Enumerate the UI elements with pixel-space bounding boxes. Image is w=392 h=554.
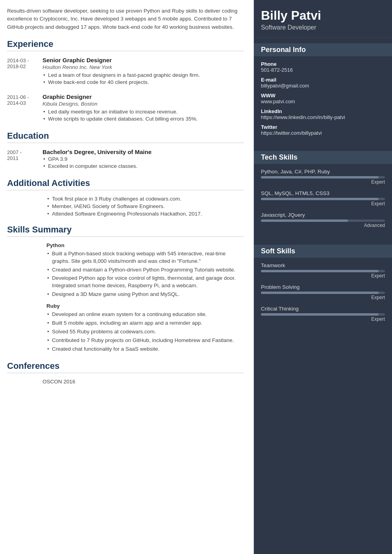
candidate-name: Billy Patvi: [261, 9, 385, 22]
list-item: Developed an online exam system for a co…: [46, 311, 244, 318]
experience-section: Experience 2014-03 -2018-02 Senior Graph…: [7, 39, 244, 123]
degree-bullets: GPA 3.9 Excelled in computer science cla…: [43, 156, 244, 169]
additional-title: Additional Activities: [7, 178, 244, 190]
degree-title: Bachelor's Degree, University of Maine: [43, 149, 244, 155]
job-bullets: Led daily meetings for an initiative to …: [43, 109, 244, 122]
skill-level: Expert: [261, 201, 385, 206]
job-title: Graphic Designer: [43, 93, 244, 100]
list-item: Solved 55 Ruby problems at codewars.com.: [46, 328, 244, 336]
job-subtitle: Kibula Designs, Boston: [43, 101, 244, 107]
skill-bar-fill: [261, 270, 379, 272]
personal-info-title: Personal Info: [254, 43, 392, 56]
list-item: Contributed to 7 Ruby projects on GitHub…: [46, 337, 244, 344]
skill-javascript: Javascript, JQuery Advanced: [261, 212, 385, 228]
skill-bar-container: [261, 219, 385, 222]
skill-name: Teamwork: [261, 262, 385, 268]
www-label: WWW: [261, 93, 385, 99]
list-item: Led a team of four designers in a fast-p…: [43, 72, 244, 78]
skills-summary-title: Skills Summary: [7, 225, 244, 237]
soft-skills-section: Soft Skills Teamwork Expert Problem Solv…: [254, 239, 392, 333]
list-item: Attended Software Engineering Profession…: [46, 211, 244, 217]
list-item: Developed Python app for voice control o…: [46, 275, 244, 290]
table-row: OSCON 2016: [7, 379, 244, 385]
skill-bar-fill: [261, 176, 379, 178]
list-item: Created and maintain a Python-driven Pyt…: [46, 266, 244, 274]
entry-content: Bachelor's Degree, University of Maine G…: [43, 149, 244, 170]
phone-label: Phone: [261, 61, 385, 67]
skill-bar-fill: [261, 313, 379, 316]
skill-bar-container: [261, 292, 385, 294]
twitter-label: Twitter: [261, 124, 385, 130]
list-item: Member, IAENG Society of Software Engine…: [46, 203, 244, 209]
personal-info-section: Personal Info Phone 501-872-2516 E-mail …: [254, 38, 392, 145]
soft-skills-title: Soft Skills: [254, 245, 392, 258]
ruby-bullets: Developed an online exam system for a co…: [46, 311, 244, 353]
python-label: Python: [46, 242, 244, 248]
candidate-title: Software Developer: [261, 24, 385, 31]
skill-bar-container: [261, 198, 385, 200]
list-item: Took first place in 3 Ruby challenges at…: [46, 196, 244, 202]
list-item: Built 5 mobile apps, including an alarm …: [46, 320, 244, 327]
entry-date: 2014-03 -2018-02: [7, 57, 43, 86]
skill-name: SQL, MySQL, HTML5, CSS3: [261, 190, 385, 196]
twitter-value: https://twitter.com/billypatvi: [261, 130, 385, 136]
skill-level: Expert: [261, 316, 385, 322]
entry-date: 2007 -2011: [7, 149, 43, 170]
summary-text: Results-driven software developer, seeki…: [7, 7, 244, 31]
list-item: GPA 3.9: [43, 156, 244, 162]
linkedin-label: LinkedIn: [261, 108, 385, 114]
skill-name: Javascript, JQuery: [261, 212, 385, 218]
job-subtitle: Houlton Renno Inc. New York: [43, 64, 244, 70]
skill-name: Python, Java, C#, PHP, Ruby: [261, 169, 385, 175]
skill-name: Critical Thinking: [261, 306, 385, 312]
left-column: Results-driven software developer, seeki…: [0, 0, 254, 554]
list-item: Designed a 3D Maze game using Python and…: [46, 291, 244, 298]
job-title: Senior Graphic Designer: [43, 57, 244, 63]
list-item: Built a Python-based stock tracking weba…: [46, 250, 244, 265]
entry-date: 2011-06 -2014-03: [7, 93, 43, 123]
skills-summary-section: Skills Summary Python Built a Python-bas…: [7, 225, 244, 353]
skill-problem-solving: Problem Solving Expert: [261, 284, 385, 300]
twitter-block: Twitter https://twitter.com/billypatvi: [261, 124, 385, 136]
skill-bar-fill: [261, 292, 379, 294]
list-item: Wrote scripts to update client databases…: [43, 116, 244, 122]
email-label: E-mail: [261, 77, 385, 83]
linkedin-block: LinkedIn https://www.linkedin.com/in/bil…: [261, 108, 385, 120]
skill-bar-fill: [261, 219, 348, 222]
entry-content: Senior Graphic Designer Houlton Renno In…: [43, 57, 244, 86]
job-bullets: Led a team of four designers in a fast-p…: [43, 72, 244, 85]
table-row: 2007 -2011 Bachelor's Degree, University…: [7, 149, 244, 170]
skill-level: Expert: [261, 179, 385, 185]
table-row: 2014-03 -2018-02 Senior Graphic Designer…: [7, 57, 244, 86]
tech-skills-section: Tech Skills Python, Java, C#, PHP, Ruby …: [254, 145, 392, 239]
additional-section: Additional Activities Took first place i…: [7, 178, 244, 217]
conference-name: OSCON 2016: [43, 379, 75, 385]
ruby-skills: Ruby Developed an online exam system for…: [7, 303, 244, 353]
conferences-section: Conferences OSCON 2016: [7, 361, 244, 385]
skill-bar-container: [261, 313, 385, 316]
skill-level: Expert: [261, 295, 385, 300]
list-item: Led daily meetings for an initiative to …: [43, 109, 244, 115]
education-title: Education: [7, 131, 244, 143]
ruby-label: Ruby: [46, 303, 244, 309]
list-item: Wrote back-end code for 40 client projec…: [43, 79, 244, 85]
conferences-title: Conferences: [7, 361, 244, 373]
www-block: WWW www.patvi.com: [261, 93, 385, 104]
www-value: www.patvi.com: [261, 99, 385, 104]
tech-skills-title: Tech Skills: [254, 151, 392, 164]
skill-critical-thinking: Critical Thinking Expert: [261, 306, 385, 322]
linkedin-value: https://www.linkedin.com/in/billy-patvi: [261, 114, 385, 120]
phone-block: Phone 501-872-2516: [261, 61, 385, 73]
skill-bar-fill: [261, 198, 379, 200]
education-section: Education 2007 -2011 Bachelor's Degree, …: [7, 131, 244, 170]
email-value: billypatvi@gmail.com: [261, 83, 385, 89]
list-item: Excelled in computer science classes.: [43, 163, 244, 169]
skill-bar-container: [261, 176, 385, 178]
skill-bar-container: [261, 270, 385, 272]
right-header: Billy Patvi Software Developer: [254, 0, 392, 38]
table-row: 2011-06 -2014-03 Graphic Designer Kibula…: [7, 93, 244, 123]
skill-level: Expert: [261, 273, 385, 279]
python-skills: Python Built a Python-based stock tracki…: [7, 242, 244, 298]
skill-python: Python, Java, C#, PHP, Ruby Expert: [261, 169, 385, 185]
skill-name: Problem Solving: [261, 284, 385, 290]
